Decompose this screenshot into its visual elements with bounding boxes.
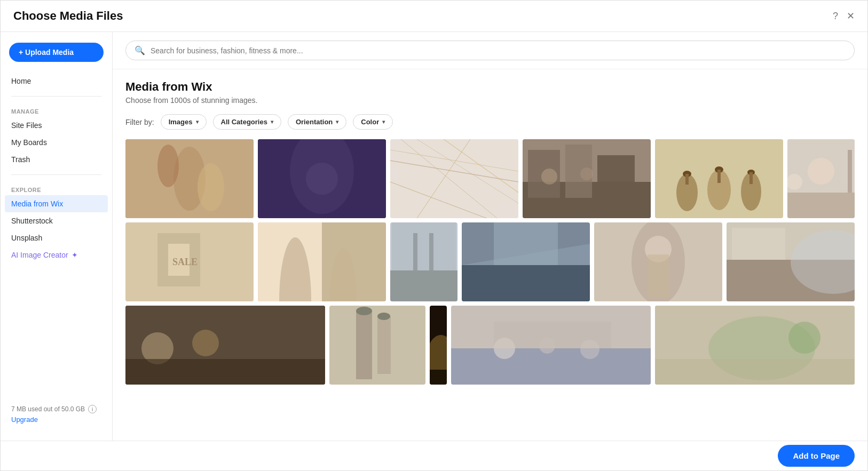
add-to-page-button[interactable]: Add to Page xyxy=(778,445,855,467)
image-cell[interactable] xyxy=(430,306,447,385)
filter-images[interactable]: Images ▾ xyxy=(161,114,207,130)
sidebar-item-ai-image-creator[interactable]: AI Image Creator ✦ xyxy=(1,246,112,264)
svg-text:SALE: SALE xyxy=(172,257,198,267)
upgrade-link[interactable]: Upgrade xyxy=(11,416,101,424)
image-cell[interactable] xyxy=(258,222,386,301)
search-input[interactable] xyxy=(151,46,846,55)
sidebar-item-site-files[interactable]: Site Files xyxy=(1,117,112,134)
image-cell[interactable] xyxy=(451,306,651,385)
image-cell[interactable] xyxy=(594,222,722,301)
svg-rect-71 xyxy=(356,311,372,379)
section-subtitle: Choose from 1000s of stunning images. xyxy=(125,96,855,105)
svg-point-68 xyxy=(192,330,219,356)
svg-point-89 xyxy=(788,322,820,354)
image-cell[interactable] xyxy=(258,139,386,218)
image-row-3 xyxy=(125,306,855,385)
sidebar-item-unsplash[interactable]: Unsplash xyxy=(1,229,112,246)
svg-rect-20 xyxy=(597,155,635,198)
svg-rect-81 xyxy=(451,348,651,385)
chevron-down-icon: ▾ xyxy=(271,119,273,125)
manage-section-label: MANAGE xyxy=(1,103,112,117)
svg-rect-85 xyxy=(494,322,611,348)
storage-text: 7 MB used out of 50.0 GB xyxy=(11,405,85,413)
svg-point-74 xyxy=(377,313,390,320)
sidebar-item-shutterstock[interactable]: Shutterstock xyxy=(1,212,112,229)
svg-rect-36 xyxy=(848,150,852,193)
section-title: Media from Wix xyxy=(125,80,855,94)
svg-rect-54 xyxy=(462,265,590,301)
filter-orientation[interactable]: Orientation ▾ xyxy=(288,114,346,130)
svg-point-22 xyxy=(580,167,593,180)
filter-all-categories[interactable]: All Categories ▾ xyxy=(213,114,281,130)
main-content: 🔍 Media from Wix Choose from 1000s of st… xyxy=(113,32,867,441)
image-cell[interactable] xyxy=(462,222,590,301)
svg-rect-79 xyxy=(430,370,447,385)
image-cell[interactable] xyxy=(329,306,425,385)
sidebar-footer: 7 MB used out of 50.0 GB i Upgrade xyxy=(1,398,112,430)
close-button[interactable]: ✕ xyxy=(847,10,855,22)
image-cell[interactable] xyxy=(125,306,325,385)
svg-point-21 xyxy=(541,169,557,185)
title-bar-actions: ? ✕ xyxy=(833,10,855,22)
svg-point-2 xyxy=(157,145,179,187)
svg-rect-52 xyxy=(392,222,456,270)
svg-rect-90 xyxy=(655,359,855,385)
svg-rect-72 xyxy=(377,316,391,374)
image-cell[interactable] xyxy=(390,139,518,218)
image-row-1 xyxy=(125,139,855,218)
image-cell[interactable]: SALE xyxy=(125,222,254,301)
sidebar-item-my-boards[interactable]: My Boards xyxy=(1,134,112,151)
svg-rect-30 xyxy=(685,174,689,185)
sidebar: + Upload Media Home MANAGE Site Files My… xyxy=(1,32,113,441)
image-row-2: SALE xyxy=(125,222,855,301)
help-button[interactable]: ? xyxy=(833,11,838,22)
sidebar-divider-1 xyxy=(11,96,101,97)
svg-rect-34 xyxy=(787,193,855,218)
footer: Add to Page xyxy=(1,441,867,470)
sidebar-divider-2 xyxy=(11,174,101,175)
image-cell[interactable] xyxy=(787,139,855,218)
main-layout: + Upload Media Home MANAGE Site Files My… xyxy=(1,32,867,441)
svg-rect-69 xyxy=(125,359,325,385)
filter-label: Filter by: xyxy=(125,118,154,126)
info-icon[interactable]: i xyxy=(88,405,97,413)
svg-rect-60 xyxy=(648,254,669,297)
image-cell[interactable] xyxy=(655,139,783,218)
upload-media-button[interactable]: + Upload Media xyxy=(9,43,104,62)
chevron-down-icon: ▾ xyxy=(196,119,199,125)
search-bar: 🔍 xyxy=(113,32,867,69)
svg-rect-31 xyxy=(717,170,721,183)
svg-point-7 xyxy=(306,163,338,195)
svg-point-3 xyxy=(198,163,224,211)
image-cell[interactable] xyxy=(125,139,254,218)
svg-rect-64 xyxy=(732,228,785,260)
dialog-title: Choose Media Files xyxy=(13,9,123,23)
chevron-down-icon: ▾ xyxy=(336,119,338,125)
image-cell[interactable] xyxy=(390,222,457,301)
svg-point-73 xyxy=(356,307,372,315)
svg-rect-32 xyxy=(749,172,753,184)
sidebar-item-trash[interactable]: Trash xyxy=(1,151,112,168)
choose-media-dialog: Choose Media Files ? ✕ + Upload Media Ho… xyxy=(0,0,868,471)
filter-bar: Filter by: Images ▾ All Categories ▾ Ori… xyxy=(125,114,855,130)
search-input-wrap: 🔍 xyxy=(125,41,855,60)
image-cell[interactable] xyxy=(727,222,855,301)
image-cell[interactable] xyxy=(523,139,651,218)
sparkle-icon: ✦ xyxy=(72,251,78,259)
title-bar: Choose Media Files ? ✕ xyxy=(1,1,867,32)
sidebar-item-media-from-wix[interactable]: Media from Wix xyxy=(5,195,108,212)
image-grid: SALE xyxy=(125,139,855,385)
sidebar-item-home[interactable]: Home xyxy=(1,73,112,90)
content-body: Media from Wix Choose from 1000s of stun… xyxy=(113,69,867,441)
svg-rect-56 xyxy=(494,222,558,265)
chevron-down-icon: ▾ xyxy=(382,119,385,125)
svg-point-37 xyxy=(808,158,834,185)
filter-color[interactable]: Color ▾ xyxy=(353,114,393,130)
storage-info: 7 MB used out of 50.0 GB i xyxy=(11,405,101,413)
image-cell[interactable] xyxy=(655,306,855,385)
search-icon: 🔍 xyxy=(135,45,145,55)
svg-rect-49 xyxy=(390,270,457,301)
explore-section-label: EXPLORE xyxy=(1,181,112,195)
